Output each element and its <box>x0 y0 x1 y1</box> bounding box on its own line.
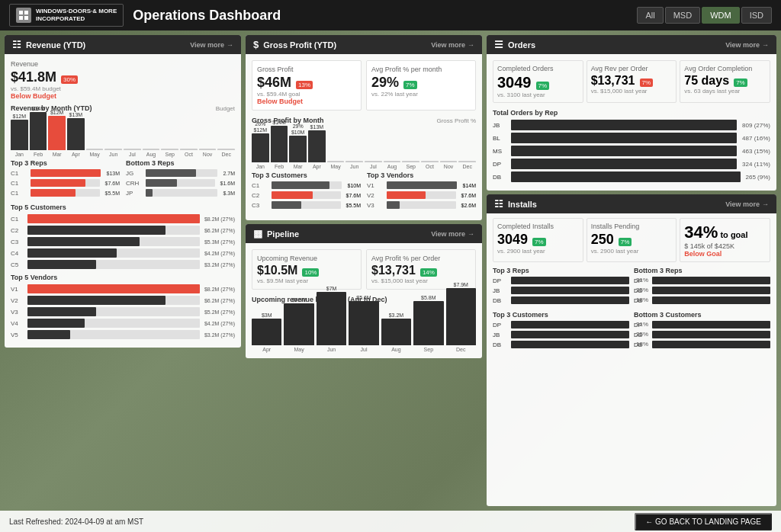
revenue-vs: vs. $59.4M budget <box>11 85 235 92</box>
installs-icon: ☷ <box>494 198 503 210</box>
top5-cust-3: C3 $5.3M (27%) <box>11 237 235 246</box>
logo-text: WINDOWS·DOORS·& MORE INCORPORATED <box>36 8 117 22</box>
gp-header-left: $ Gross Profit (YTD) <box>253 39 336 50</box>
bottom3-rep-3: JP $.3M <box>126 189 235 197</box>
nav-isd[interactable]: ISD <box>741 7 772 24</box>
logo: WINDOWS·DOORS·& MORE INCORPORATED <box>9 4 124 27</box>
gp-bar-jul: Jul <box>365 160 382 169</box>
gp-card-body: Gross Profit $46M 13% vs. $59.4M goal Be… <box>246 54 482 220</box>
bottom3-reps-title: Bottom 3 Reps <box>126 159 235 167</box>
rep-bl: BL 487 (16%) <box>493 133 770 143</box>
pipeline-view-more[interactable]: View more → <box>431 230 474 238</box>
rep-db: DB 265 (9%) <box>493 171 770 182</box>
bar-jun: Jun <box>104 148 122 157</box>
header: WINDOWS·DOORS·& MORE INCORPORATED Operat… <box>0 0 781 30</box>
gp-vend-3: V3 $2.6M <box>367 201 476 209</box>
orders-card: ☰ Orders View more → Completed Orders 30… <box>487 35 776 191</box>
bar-may: May <box>86 148 104 157</box>
gp-top3-vend: Top 3 Vendors V1 $14M V2 <box>367 171 476 211</box>
upcoming-dec: $7.9M Dec <box>446 282 476 352</box>
installs-bottom3-cust: Bottom 3 Customers DP 31% DB 25% <box>634 311 770 351</box>
installs-top-cust-3: DB 18% <box>493 341 629 348</box>
pipeline-metrics: Upcoming Revenue $10.5M 10% vs. $9.5M la… <box>252 249 476 290</box>
bar-oct: Oct <box>180 148 198 157</box>
avg-completion: Avg Order Completion 75 days 7% vs. 63 d… <box>680 60 770 103</box>
pipeline-card-body: Upcoming Revenue $10.5M 10% vs. $9.5M la… <box>246 243 482 358</box>
gp-bar-aug: Aug <box>384 160 401 169</box>
bar-sep: Sep <box>161 148 178 157</box>
gp-bar-oct: Oct <box>421 160 439 169</box>
upcoming-rev-badge: 10% <box>302 268 319 277</box>
installs-bot-rep-3: DB 18% <box>634 296 770 304</box>
installs-header: ☷ Installs View more → <box>487 194 776 213</box>
revenue-card-header: ☷ Revenue (YTD) View more → <box>5 35 241 54</box>
svg-rect-3 <box>24 16 28 20</box>
installs-completed-badge: 7% <box>532 238 546 246</box>
svg-rect-0 <box>19 11 23 14</box>
revenue-metric: Revenue $41.8M 30% vs. $59.4M budget Bel… <box>11 60 235 100</box>
installs-top-rep-3: DB 18% <box>493 296 629 304</box>
installs-view-more[interactable]: View more → <box>725 200 769 208</box>
revenue-view-more[interactable]: View more → <box>190 41 233 49</box>
gp-bar-jan: 26% $12M Jan <box>252 121 269 169</box>
installs-title: Installs <box>508 200 537 209</box>
avg-badge: 7% <box>403 81 417 89</box>
installs-top-rep-2: JB 25% <box>493 287 629 294</box>
back-button[interactable]: ← GO BACK TO LANDING PAGE <box>635 513 772 530</box>
top5-cust-title: Top 5 Customers <box>11 204 235 211</box>
bottom3-rep-1: JG 2.7M <box>126 169 235 177</box>
bottom3-rep-2: CRH $1.6M <box>126 179 235 187</box>
gross-profit-card: $ Gross Profit (YTD) View more → Gross P… <box>246 35 482 220</box>
orders-view-more[interactable]: View more → <box>725 41 769 49</box>
bar-dec: Dec <box>217 148 235 157</box>
revenue-badge: 30% <box>61 75 78 84</box>
orders-header-left: ☰ Orders <box>494 39 535 50</box>
revenue-card: ☷ Revenue (YTD) View more → Revenue $41.… <box>5 35 241 348</box>
gp-bar-feb: $14M Feb <box>271 119 288 169</box>
pipeline-icon: ▩ <box>253 228 262 239</box>
page-title: Operations Dashboard <box>133 8 281 24</box>
avg-profit-metric: Avg Profit % per month 29% 7% vs. 22% la… <box>366 60 476 111</box>
gp-bar-chart: 26% $12M Jan $14M Feb 29% $10M <box>252 127 476 169</box>
nav-all[interactable]: All <box>637 7 663 24</box>
installs-top3-reps: Top 3 Reps DP 31% JB 25% <box>493 267 629 306</box>
gp-bar-mar: 29% $10M Mar <box>289 123 307 169</box>
gp-cust-2: C2 $7.6M <box>252 191 361 199</box>
bar-feb: $14M Feb <box>30 106 47 157</box>
upcoming-jul: $5.6M Jul <box>349 295 378 352</box>
total-orders-by-rep: JB 809 (27%) BL 487 (16%) MS 463 (15%) <box>493 120 770 182</box>
top3-reps-title: Top 3 Reps <box>11 159 120 167</box>
installs-top-cust-1: DP 31% <box>493 321 629 328</box>
orders-metrics: Completed Orders 3049 7% vs. 3100 last y… <box>493 60 770 103</box>
total-orders-title: Total Orders by Rep <box>493 109 770 117</box>
gp-bar-may: May <box>327 160 345 169</box>
revenue-metric-label: Revenue <box>11 60 235 68</box>
svg-rect-1 <box>24 11 28 14</box>
upcoming-may: $5.5M May <box>284 297 313 352</box>
header-nav: All MSD WDM ISD <box>637 7 772 24</box>
installs-header-left: ☷ Installs <box>494 198 537 210</box>
nav-msd[interactable]: MSD <box>665 7 700 24</box>
revenue-title: Revenue (YTD) <box>26 40 85 50</box>
rep-dp: DP 324 (11%) <box>493 159 770 169</box>
top3-reps: Top 3 Reps C1 $13M C1 <box>11 159 120 199</box>
gp-bar-apr: $13M Apr <box>308 123 326 169</box>
pipeline-card: ▩ Pipeline View more → Upcoming Revenue … <box>246 224 482 358</box>
orders-header: ☰ Orders View more → <box>487 35 776 54</box>
gp-bar-dec: Dec <box>458 160 476 169</box>
gp-view-more[interactable]: View more → <box>431 41 474 49</box>
top3-rep-3: C1 $5.5M <box>11 189 120 197</box>
top3-rep-2: C1 $7.6M <box>11 179 120 187</box>
bar-apr: $13M Apr <box>67 112 85 157</box>
gp-title: Gross Profit (YTD) <box>263 40 336 50</box>
gp-cust-1: C1 $10M <box>252 181 361 189</box>
installs-bot-cust-3: DB 18% <box>634 341 770 348</box>
nav-wdm[interactable]: WDM <box>702 7 740 24</box>
upcoming-aug: $3.2M Aug <box>381 312 411 352</box>
installs-card: ☷ Installs View more → Completed Install… <box>487 194 776 506</box>
revenue-header-left: ☷ Revenue (YTD) <box>12 39 85 50</box>
bar-jul: Jul <box>124 148 141 157</box>
top5-vend-title: Top 5 Vendors <box>11 274 235 281</box>
revenue-icon: ☷ <box>12 39 21 50</box>
installs-top-cust-2: JB 25% <box>493 331 629 338</box>
